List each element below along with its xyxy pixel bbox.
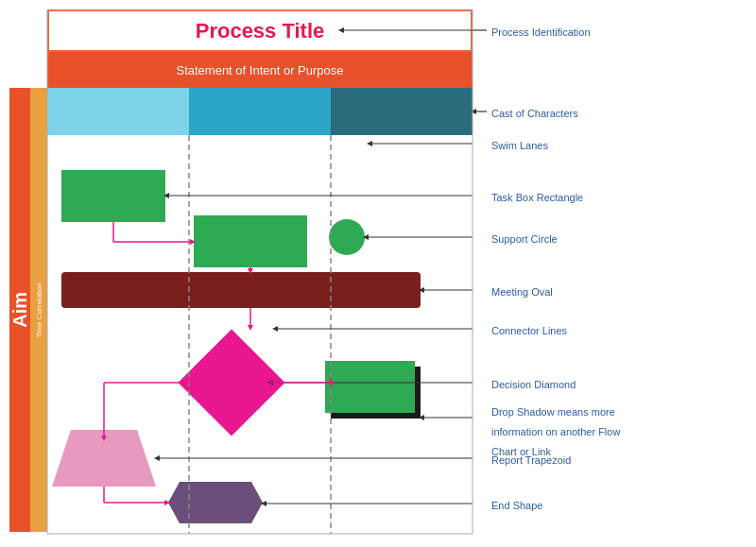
annotation-meeting-oval: Meeting Oval (491, 282, 553, 299)
support-circle (329, 219, 365, 255)
annotation-swim-lanes: Swim Lanes (491, 136, 548, 153)
aim-label: Aim (9, 88, 30, 532)
annotation-support-circle: Support Circle (491, 230, 558, 247)
chart-area: Process Title Statement of Intent or Pur… (9, 9, 472, 537)
diagram-container: Process Title Statement of Intent or Pur… (9, 9, 737, 537)
annotation-connector-lines: Connector Lines (491, 321, 567, 338)
task-box (61, 170, 165, 222)
report-trapezoid (52, 430, 156, 487)
decision-diamond (178, 329, 284, 436)
intent-bar: Statement of Intent or Purpose (47, 52, 472, 88)
character-box-3 (331, 88, 472, 135)
drop-shadow-box-front (325, 361, 415, 413)
time-correlation-label: Time Correlation (30, 88, 47, 532)
svg-marker-1 (168, 482, 263, 523)
meeting-oval (61, 272, 421, 308)
annotation-decision-diamond: Decision Diamond (491, 375, 576, 392)
intent-text: Statement of Intent or Purpose (176, 63, 343, 77)
character-box-2 (189, 88, 331, 135)
svg-marker-0 (52, 430, 156, 487)
annotations-panel: Process Identification Cast of Character… (472, 9, 737, 537)
aim-text: Aim (9, 292, 31, 328)
annotation-characters: Cast of Characters (491, 104, 578, 121)
characters-row (47, 88, 472, 135)
annotation-task-box: Task Box Rectangle (491, 188, 583, 205)
annotation-report-trap: Report Trapezoid (491, 451, 571, 468)
support-box (194, 215, 307, 267)
time-text: Time Correlation (35, 282, 43, 338)
process-title: Process Title (196, 19, 325, 43)
annotation-process-id: Process Identification (491, 23, 591, 40)
annotation-end-shape: End Shape (491, 496, 542, 513)
character-box-1 (47, 88, 189, 135)
process-title-bar: Process Title (47, 9, 472, 52)
end-shape (168, 482, 263, 524)
